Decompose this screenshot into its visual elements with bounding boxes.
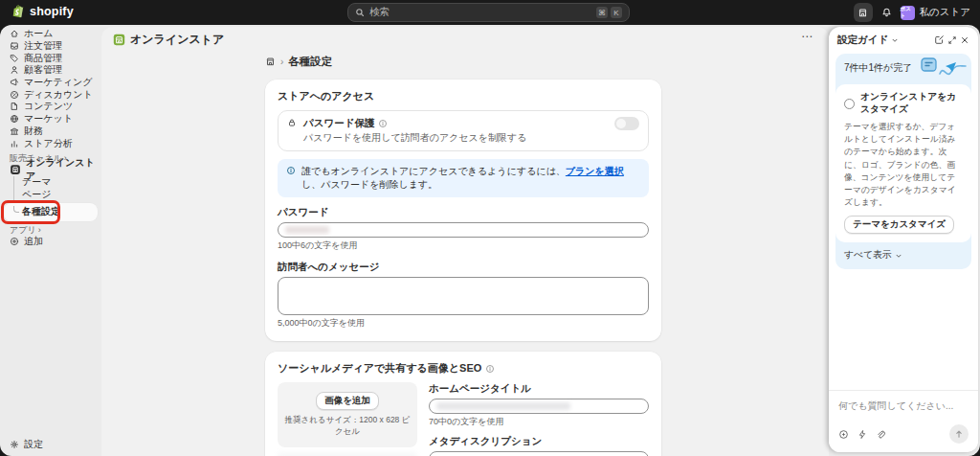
info-icon: [378, 119, 388, 128]
social-image-dropzone[interactable]: 画像を追加 推奨されるサイズ：1200 x 628 ピクセル: [278, 382, 417, 447]
sidebar-item-orders[interactable]: 注文管理: [0, 40, 101, 53]
redacted-password-value: [285, 226, 329, 234]
sidebar-item-pages[interactable]: ページ: [0, 189, 101, 201]
app-shell: ホーム 注文管理 商品管理 顧客管理 マーケティング ディスカウント コンテンツ: [0, 25, 980, 456]
orders-icon: [10, 41, 19, 51]
visitor-message-textarea[interactable]: [278, 277, 649, 315]
page-header: オンラインストア: [113, 32, 224, 48]
chevron-right-icon: ›: [38, 225, 41, 235]
sidebar-item-content[interactable]: コンテンツ: [0, 101, 101, 113]
sidebar-item-products[interactable]: 商品管理: [0, 52, 101, 64]
search-shortcut: ⌘ K: [596, 7, 622, 18]
setup-guide-panel: 設定ガイド 7件中1件が完了: [829, 27, 978, 452]
password-protection-title: パスワード保護: [303, 117, 374, 130]
link-icon[interactable]: [876, 429, 886, 440]
home-icon: [10, 29, 19, 38]
recommended-size-caption: 推奨されるサイズ：1200 x 628 ピクセル: [281, 415, 413, 438]
shopify-bag-icon: [11, 4, 26, 19]
sidebar-item-customers[interactable]: 顧客管理: [0, 64, 101, 77]
store-avatar: ポスト: [901, 6, 915, 20]
close-icon[interactable]: [960, 35, 969, 45]
sidebar-item-analytics[interactable]: ストア分析: [0, 137, 101, 149]
visitor-message-helper: 5,000中0の文字を使用: [278, 317, 649, 330]
magic-sparkle-icon[interactable]: [838, 429, 849, 440]
homepage-title-input[interactable]: [429, 399, 649, 414]
meta-description-textarea[interactable]: Googleなどの検索エンジンに表示される説明を入力します: [429, 451, 649, 456]
bank-icon: [10, 126, 19, 136]
sidebar-item-online-store[interactable]: オンラインストア: [0, 164, 101, 176]
breadcrumb: › 各種設定: [265, 55, 661, 69]
social-seo-card: ソーシャルメディアで共有する画像とSEO 画像を追加 推奨されるサイズ：1200…: [265, 352, 661, 456]
more-actions-button[interactable]: ⋯: [801, 32, 813, 41]
store-access-card: ストアへのアクセス パスワード保護 パスワードを使用して訪問者のアクセスを制限す…: [265, 80, 661, 341]
sidebar-item-markets[interactable]: マーケット: [0, 113, 101, 125]
sidebar-item-preferences[interactable]: 各種設定: [4, 203, 98, 221]
globe-icon: [10, 114, 19, 124]
compose-icon[interactable]: [934, 34, 945, 45]
setup-guide-title[interactable]: 設定ガイド: [837, 34, 888, 47]
setup-guide-illustration: [914, 55, 968, 83]
kbd-command: ⌘: [596, 7, 608, 18]
shopify-logo[interactable]: shopify: [11, 4, 74, 19]
topbar-right: ポスト 私のストア: [854, 3, 970, 22]
redacted-store-title: [278, 452, 417, 456]
account-menu[interactable]: ポスト 私のストア: [901, 6, 970, 20]
select-plan-link[interactable]: プランを選択: [566, 166, 624, 176]
sidebar-item-settings[interactable]: 設定: [0, 438, 101, 450]
bar-chart-icon: [10, 139, 19, 148]
info-icon: [485, 364, 495, 374]
chevron-down-icon: [891, 36, 899, 44]
sidebar-item-marketing[interactable]: マーケティング: [0, 77, 101, 89]
megaphone-icon: [10, 78, 19, 87]
social-seo-title: ソーシャルメディアで共有する画像とSEO: [278, 361, 481, 376]
apps-header[interactable]: アプリ ›: [0, 225, 101, 236]
tag-icon: [10, 54, 19, 63]
task-title: オンラインストアをカスタマイズ: [860, 91, 963, 116]
discount-icon: [10, 90, 19, 100]
setup-task-card[interactable]: オンラインストアをカスタマイズ テーマを選択するか、デフォルトとしてインストール…: [835, 84, 971, 242]
shopify-wordmark: shopify: [30, 5, 74, 18]
storefront-icon[interactable]: [265, 57, 276, 67]
online-store-green-icon: [113, 34, 125, 46]
lightning-icon[interactable]: [858, 429, 867, 440]
homepage-title-label: ホームページタイトル: [429, 382, 649, 396]
assistant-composer: 何でも質問してください...: [829, 390, 978, 452]
sidebar-item-finance[interactable]: 財務: [0, 125, 101, 138]
store-name: 私のストア: [920, 6, 970, 19]
lock-icon: [287, 118, 297, 127]
task-checkbox[interactable]: [844, 99, 855, 109]
file-icon: [10, 102, 19, 111]
plan-info-banner: 誰でもオンラインストアにアクセスできるようにするには、プランを選択し、パスワード…: [278, 159, 649, 197]
banner-text-post: し、パスワードを削除します。: [301, 179, 437, 190]
meta-description-label: メタディスクリプション: [429, 435, 649, 448]
tree-elbow-icon: [13, 206, 19, 213]
sidebar-item-home[interactable]: ホーム: [0, 28, 101, 40]
search-placeholder: 検索: [369, 6, 390, 19]
topbar: shopify 検索 ⌘ K ポスト 私のストア: [0, 0, 980, 25]
search-icon: [355, 8, 365, 17]
person-icon: [10, 65, 19, 75]
show-all-button[interactable]: すべて表示: [835, 242, 971, 269]
main-content: オンラインストア ⋯ › 各種設定 ストアへのアクセス パスワード保護: [101, 27, 829, 456]
sidebar-item-discounts[interactable]: ディスカウント: [0, 88, 101, 101]
expand-icon[interactable]: [947, 35, 957, 45]
sidebar-item-add-app[interactable]: 追加: [0, 236, 101, 248]
notifications-bell-icon[interactable]: [881, 7, 892, 18]
sidebar-item-theme[interactable]: テーマ: [0, 176, 101, 189]
plus-circle-icon: [10, 237, 19, 246]
assistant-input[interactable]: 何でも質問してください...: [838, 399, 969, 413]
visitor-message-label: 訪問者へのメッセージ: [278, 261, 649, 274]
redacted-homepage-title: [436, 402, 570, 410]
task-description: テーマを選択するか、デフォルトとしてインストール済みのテーマから始めます。次に、…: [844, 121, 963, 209]
kbd-k: K: [611, 7, 622, 18]
setup-guide-card: 7件中1件が完了 オンラインストアをカスタマイズ テーマを選択するか、デフォルト…: [835, 54, 971, 269]
banner-text-pre: 誰でもオンラインストアにアクセスできるようにするには、: [301, 166, 566, 176]
add-image-button[interactable]: 画像を追加: [316, 392, 379, 410]
search-input[interactable]: 検索 ⌘ K: [347, 3, 630, 22]
send-button[interactable]: [949, 424, 969, 444]
password-protection-toggle[interactable]: [614, 117, 639, 130]
customize-theme-button[interactable]: テーマをカスタマイズ: [844, 216, 954, 234]
store-access-title: ストアへのアクセス: [278, 89, 649, 103]
store-preview-button[interactable]: [854, 3, 873, 22]
password-input[interactable]: [278, 222, 649, 238]
